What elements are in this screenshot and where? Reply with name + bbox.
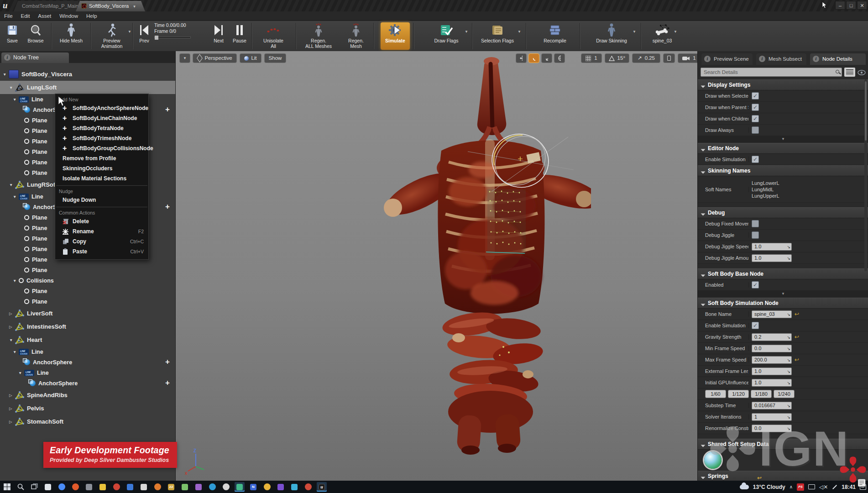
menu-asset[interactable]: Asset	[34, 11, 55, 21]
viewport-options-button[interactable]: ▾	[179, 53, 190, 63]
tree-item-line[interactable]: ▼LINECHAINLine	[0, 367, 175, 378]
expander-closed-icon[interactable]: ▷	[9, 311, 15, 316]
taskbar-app-icon[interactable]	[139, 482, 149, 492]
browse-button[interactable]: Browse	[24, 22, 47, 50]
expander-closed-icon[interactable]: ▷	[9, 325, 15, 329]
checkbox[interactable]: ✓	[752, 220, 759, 227]
taskbar-app-icon[interactable]	[84, 482, 94, 492]
section-expander[interactable]: ▼	[698, 136, 868, 143]
context-item-rename[interactable]: RenameF2	[55, 226, 148, 236]
expander-closed-icon[interactable]: ▷	[9, 393, 15, 398]
weather-text[interactable]: 13°C Cloudy	[753, 484, 785, 490]
preview-animation-button[interactable]: PreviewAnimation▼	[93, 22, 131, 50]
tree-item-line[interactable]: ▼LINECHAINLine	[0, 346, 175, 357]
value-input[interactable]: 1.0↘	[752, 243, 792, 251]
add-node-button[interactable]: +	[165, 105, 170, 114]
value-input[interactable]: spine_03↘	[752, 310, 792, 318]
expander-open-icon[interactable]: ▼	[9, 338, 15, 342]
value-input[interactable]: 0.2↘	[752, 333, 792, 341]
regen-mesh-button[interactable]: Regen.Mesh	[341, 22, 371, 50]
spinner-icon[interactable]: ↘	[787, 368, 790, 375]
details-scrollbar[interactable]	[864, 79, 867, 271]
view-options-button[interactable]	[844, 68, 855, 77]
recompile-button[interactable]: Recompile	[535, 22, 575, 50]
tab-node-tree[interactable]: iNode Tree	[1, 52, 69, 63]
reset-icon[interactable]: ↩	[795, 311, 799, 317]
value-input[interactable]: 1.0↘	[752, 254, 792, 262]
expander-open-icon[interactable]: ▼	[18, 371, 24, 375]
tree-item-spineandribs[interactable]: ▷SpineAndRibs	[0, 388, 175, 402]
context-item-skinningoccluders[interactable]: SkinningOccluders	[55, 163, 148, 173]
eye-icon[interactable]	[858, 69, 866, 78]
reset-icon[interactable]: ↩	[795, 334, 799, 340]
draw-flags-button[interactable]: Draw Flags▼	[425, 22, 467, 50]
tab-preview-scene[interactable]: iPreview Scene	[701, 53, 753, 65]
taskbar-app-icon[interactable]	[262, 482, 272, 492]
section-editor-node[interactable]: Editor Node	[698, 143, 868, 154]
screen-size-button[interactable]	[663, 53, 675, 63]
dropdown-caret-icon[interactable]: ▼	[465, 30, 468, 34]
taskbar-start-icon[interactable]	[2, 482, 12, 492]
spinner-icon[interactable]: ↘	[787, 346, 790, 352]
taskbar-app-icon[interactable]	[152, 482, 162, 492]
add-node-button[interactable]: +	[165, 378, 170, 388]
close-button[interactable]: ✕	[857, 1, 867, 10]
context-item-delete[interactable]: Delete	[55, 216, 148, 226]
prev-button[interactable]: Prev	[135, 22, 153, 50]
expander-open-icon[interactable]: ▼	[9, 183, 15, 187]
regen-all-meshes-button[interactable]: Regen.ALL Meshes	[298, 22, 340, 50]
perspective-button[interactable]: Perspective	[193, 53, 237, 63]
spinner-icon[interactable]: ↘	[787, 380, 790, 387]
checkbox[interactable]: ✓	[752, 231, 759, 239]
taskbar-task-view-icon[interactable]	[29, 482, 39, 492]
tab-caret-icon[interactable]: ▾	[133, 4, 136, 9]
tree-item-anchorsphere[interactable]: AnchorSphere+	[0, 357, 175, 367]
time-frame-display[interactable]: Time 0.00/0.00Frame 0/0	[154, 22, 194, 50]
section-soft-body-simulation-node[interactable]: Soft Body Simulation Node	[698, 298, 868, 309]
section-display-settings[interactable]: Display Settings	[698, 79, 868, 90]
taskbar-app-icon[interactable]	[180, 482, 190, 492]
selection-flags-button[interactable]: Selection Flags▼	[475, 22, 520, 50]
tree-item-plane[interactable]: Plane	[0, 286, 175, 296]
show-button[interactable]: Show	[264, 53, 286, 63]
maximize-button[interactable]: □	[846, 1, 856, 10]
taskbar-app-icon[interactable]	[289, 482, 299, 492]
expander-open-icon[interactable]: ▼	[13, 194, 19, 199]
menu-edit[interactable]: Edit	[17, 11, 34, 21]
tab-node-details[interactable]: iNode Details	[810, 53, 866, 65]
tree-item-anchorsphere[interactable]: AnchorSphere+	[0, 378, 175, 388]
monitor-tray-icon[interactable]	[808, 484, 815, 489]
spinner-icon[interactable]: ↘	[787, 357, 790, 364]
playstation-icon[interactable]: PS	[797, 483, 804, 491]
tab-softbody-viscera[interactable]: SoftBody_Viscera▾	[76, 1, 145, 11]
taskbar-browser-icon[interactable]	[70, 482, 80, 492]
spinner-icon[interactable]: ↘	[787, 334, 790, 341]
section-skinning-names[interactable]: Skinning Names	[698, 165, 868, 176]
tree-item-stomachsoft[interactable]: ▷StomachSoft	[0, 415, 175, 428]
tree-item-collisions[interactable]: ▼Collisions	[0, 275, 175, 286]
tree-item-plane[interactable]: Plane	[0, 296, 175, 307]
dropdown-caret-icon[interactable]: ▼	[518, 30, 521, 34]
dropdown-caret-icon[interactable]: ▼	[633, 30, 636, 34]
simulate-button[interactable]: Simulate	[381, 22, 410, 50]
save-button[interactable]: Save	[4, 22, 21, 50]
taskbar-folder-icon[interactable]	[98, 482, 108, 492]
taskbar-app-icon[interactable]: N	[248, 482, 258, 492]
add-node-button[interactable]: +	[165, 202, 170, 211]
spinner-icon[interactable]: ↘	[787, 244, 790, 251]
taskbar-app-icon[interactable]	[221, 482, 231, 492]
preset-button-1-240[interactable]: 1/240	[774, 390, 795, 398]
taskbar-app-icon[interactable]	[111, 482, 121, 492]
taskbar-browser-icon[interactable]	[57, 482, 67, 492]
angle-snap-button[interactable]: 15°	[605, 53, 629, 63]
taskbar-app-icon[interactable]	[276, 482, 286, 492]
tree-item-liversoft[interactable]: ▷LiverSoft	[0, 307, 175, 320]
tree-item-lunglsoft[interactable]: ▼LungLSoft	[0, 81, 175, 94]
expander-closed-icon[interactable]: ▷	[9, 406, 15, 411]
spine-03-button[interactable]: spine_03▼	[648, 22, 676, 50]
viewport[interactable]: ▾ Perspective Lit Show 1 15° ↗0.25 1	[176, 51, 697, 481]
expander-open-icon[interactable]: ▼	[13, 350, 19, 354]
taskbar-app-icon[interactable]	[303, 482, 313, 492]
context-item-remove-from-profile[interactable]: Remove from Profile	[55, 153, 148, 163]
value-input[interactable]: 1.0↘	[752, 379, 792, 387]
